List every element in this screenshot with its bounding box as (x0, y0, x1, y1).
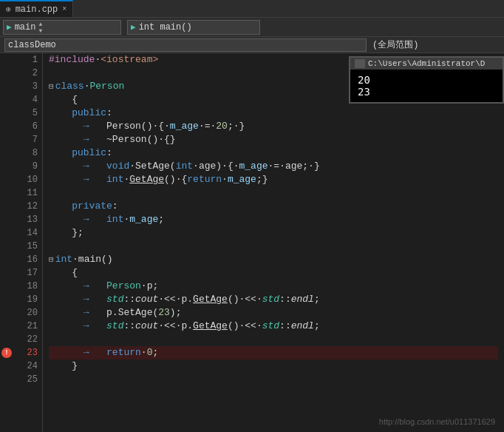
nav-arrow-main: ▶ (7, 22, 12, 32)
code-line-15 (49, 240, 498, 253)
scope-label: (全局范围) (372, 38, 418, 51)
nav-bar: ▶ main ▲ ▼ ▶ int main() (0, 18, 504, 37)
line-num-21: 21 (13, 320, 38, 333)
code-line-10: → int·GetAge()·{return·m_age;} (49, 173, 498, 186)
code-line-21: → std::cout·<<·p.GetAge()·<<·std::endl; (49, 320, 498, 333)
line-num-4: 4 (13, 93, 38, 107)
code-line-6: → Person()·{·m_age·=·20;·} (49, 120, 498, 133)
code-line-22 (49, 333, 498, 346)
line-num-22: 22 (13, 333, 38, 346)
code-line-13: → int·m_age; (49, 213, 498, 226)
scope-dropdown-value: classDemo (8, 40, 56, 50)
code-line-5: public: (49, 107, 498, 120)
line-numbers: 1 2 3 4 5 6 7 8 9 10 11 12 13 14 15 16 1… (13, 53, 43, 432)
tab-filename: main.cpp (16, 4, 58, 15)
breakpoint-indicator[interactable]: ! (1, 348, 12, 358)
scope-dropdown[interactable]: classDemo (4, 38, 367, 52)
code-line-9: → void·SetAge(int·age)·{·m_age·=·age;·} (49, 160, 498, 173)
line-num-14: 14 (13, 226, 38, 240)
console-window-icon (355, 59, 365, 68)
line-num-19: 19 (13, 293, 38, 306)
code-line-12: private: (49, 200, 498, 213)
watermark-text: http://blog.csdn.net/u011371629 (379, 417, 495, 426)
line-num-9: 9 (13, 160, 38, 173)
code-line-24: } (49, 360, 498, 373)
console-window: C:\Users\Administrator\D 20 23 (349, 56, 504, 104)
main-layout: ! 1 2 3 4 5 6 7 8 9 10 11 12 13 14 15 16… (0, 53, 504, 432)
tab-close-button[interactable]: × (62, 5, 67, 13)
tab-pin-icon: ⊕ (6, 4, 11, 14)
line-num-12: 12 (13, 200, 38, 213)
line-num-1: 1 (13, 53, 38, 67)
left-gutter: ! (0, 53, 13, 432)
console-title: C:\Users\Administrator\D (368, 59, 485, 68)
code-line-8: public: (49, 146, 498, 160)
line-num-18: 18 (13, 280, 38, 293)
line-num-24: 24 (13, 360, 38, 373)
nav-spin-main[interactable]: ▲ ▼ (38, 21, 42, 34)
line-num-15: 15 (13, 240, 38, 253)
code-line-14: }; (49, 226, 498, 240)
line-num-17: 17 (13, 266, 38, 280)
line-num-16: 16 (13, 253, 38, 266)
code-line-20: → p.SetAge(23); (49, 306, 498, 320)
line-num-3: 3 (13, 80, 38, 93)
code-line-16: ⊟int·main() (49, 253, 498, 266)
code-line-25 (49, 373, 498, 386)
line-num-13: 13 (13, 213, 38, 226)
nav-scope-main-label: main (15, 22, 36, 33)
line-num-11: 11 (13, 186, 38, 200)
code-line-7: → ~Person()·{} (49, 133, 498, 146)
nav-scope-main[interactable]: ▶ main ▲ ▼ (3, 20, 121, 35)
line-num-6: 6 (13, 120, 38, 133)
console-titlebar: C:\Users\Administrator\D (350, 58, 503, 70)
line-num-7: 7 (13, 133, 38, 146)
tab-main-cpp[interactable]: ⊕ main.cpp × (0, 0, 73, 17)
line-num-23: 23 (13, 346, 38, 360)
code-line-18: → Person·p; (49, 280, 498, 293)
line-num-5: 5 (13, 107, 38, 120)
line-num-25: 25 (13, 373, 38, 386)
nav-scope-func[interactable]: ▶ int main() (127, 20, 260, 35)
code-line-11 (49, 186, 498, 200)
console-line-1: 20 (358, 74, 495, 86)
nav-scope-func-label: int main() (139, 22, 192, 33)
code-line-23: → return·0; (49, 346, 498, 360)
line-num-20: 20 (13, 306, 38, 320)
code-editor[interactable]: #include·<iostream> ⊟class·Person { publ… (43, 53, 504, 432)
line-num-10: 10 (13, 173, 38, 186)
scope-bar: classDemo (全局范围) (0, 37, 504, 53)
fold-class-icon[interactable]: ⊟ (49, 80, 54, 93)
nav-arrow-func: ▶ (131, 22, 136, 32)
code-line-19: → std::cout·<<·p.GetAge()·<<·std::endl; (49, 293, 498, 306)
line-num-8: 8 (13, 146, 38, 160)
tab-bar: ⊕ main.cpp × (0, 0, 504, 18)
console-line-2: 23 (358, 86, 495, 98)
line-num-2: 2 (13, 67, 38, 80)
fold-main-icon[interactable]: ⊟ (49, 253, 54, 266)
console-output: 20 23 (350, 70, 503, 102)
code-line-17: { (49, 266, 498, 280)
